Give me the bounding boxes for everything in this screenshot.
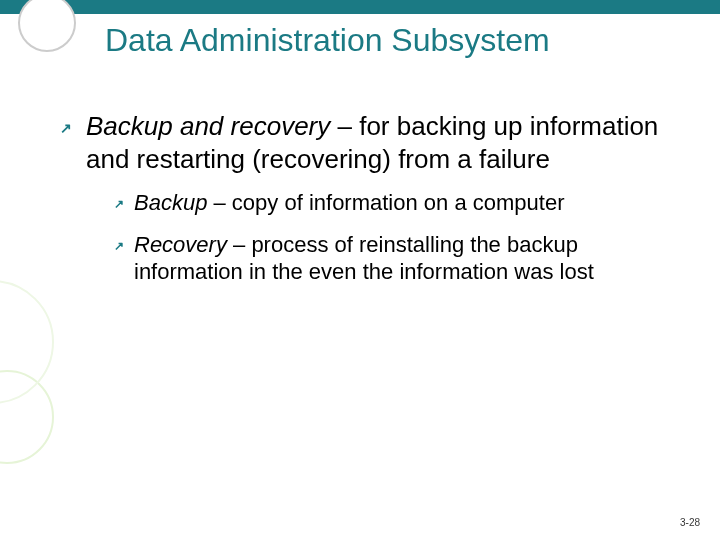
sub-bullet: ↗ Recovery – process of reinstalling the… (114, 231, 670, 286)
slide-title: Data Administration Subsystem (105, 22, 550, 59)
bullet-text: Backup and recovery – for backing up inf… (86, 110, 670, 175)
arrow-icon: ↗ (114, 197, 124, 212)
sub-list: ↗ Backup – copy of information on a comp… (114, 189, 670, 286)
top-bar (0, 0, 720, 14)
corner-circle (18, 0, 76, 52)
deco-circle-icon (0, 280, 54, 404)
arrow-icon: ↗ (114, 239, 124, 254)
arrow-icon: ↗ (60, 120, 72, 138)
bullet-text: Recovery – process of reinstalling the b… (134, 231, 670, 286)
slide: Data Administration Subsystem ↗ Backup a… (0, 0, 720, 540)
bullet-text: Backup – copy of information on a comput… (134, 189, 670, 217)
sub-bullet: ↗ Backup – copy of information on a comp… (114, 189, 670, 217)
term: Recovery (134, 232, 227, 257)
bullet-main: ↗ Backup and recovery – for backing up i… (60, 110, 670, 175)
body-content: ↗ Backup and recovery – for backing up i… (60, 110, 670, 300)
term: Backup and recovery (86, 111, 330, 141)
term: Backup (134, 190, 207, 215)
desc: – copy of information on a computer (207, 190, 564, 215)
page-number: 3-28 (680, 517, 700, 528)
